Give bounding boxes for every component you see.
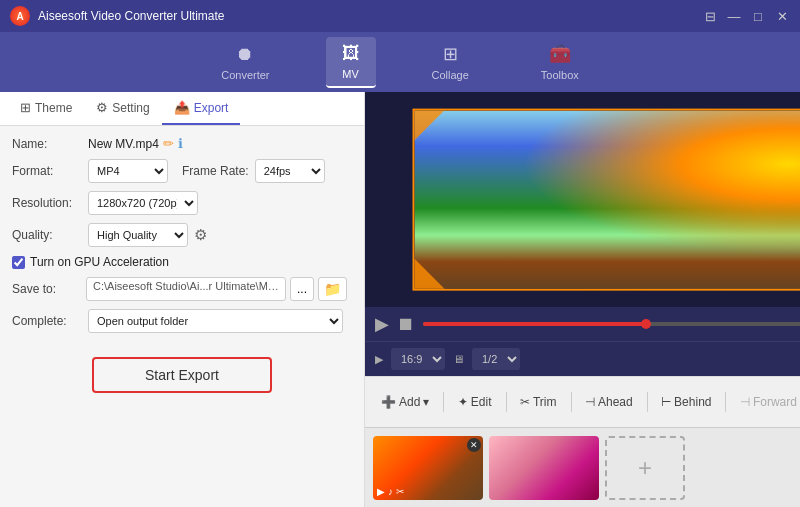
format-label: Format: [12,164,82,178]
clip-2[interactable] [489,436,599,500]
open-folder-button[interactable]: 📁 [318,277,347,301]
theme-tab-label: Theme [35,101,72,115]
right-panel: ▶ ⏹ 00:06:33.02/00:07:25.04 🔊 ▶ 16:9 4:3… [365,92,800,507]
trim-label: Trim [533,395,557,409]
progress-track[interactable] [423,322,800,326]
complete-select[interactable]: Open output folder Do nothing [88,309,343,333]
aspect-ratio-select[interactable]: 16:9 4:3 1:1 [391,348,445,370]
playback-bar: ▶ ⏹ 00:06:33.02/00:07:25.04 🔊 [365,307,800,341]
nav-mv[interactable]: 🖼 MV [326,37,376,88]
browse-dots-button[interactable]: ... [290,277,314,301]
nav-converter[interactable]: ⏺ Converter [205,38,285,87]
add-label: Add [399,395,420,409]
quality-settings-button[interactable]: ⚙ [194,226,207,244]
trim-button[interactable]: ✂ Trim [512,392,565,412]
clip-1[interactable]: ✕ ▶ ♪ ✂ [373,436,483,500]
app-logo: A [10,6,30,26]
format-row: Format: MP4 MOV AVI Frame Rate: 24fps 30… [12,159,352,183]
format-select[interactable]: MP4 MOV AVI [88,159,168,183]
nav-collage-label: Collage [432,69,469,81]
resolution-row: Resolution: 1280x720 (720p) 1920x1080 (1… [12,191,352,215]
name-row: Name: New MV.mp4 ✏ ℹ [12,136,352,151]
info-icon[interactable]: ℹ [178,136,183,151]
mv-icon: 🖼 [342,43,360,64]
forward-button[interactable]: ⊣ Forward [732,392,800,412]
tab-theme[interactable]: ⊞ Theme [8,92,84,125]
window-controls: ⊟ — □ ✕ [702,8,790,24]
tab-setting[interactable]: ⚙ Setting [84,92,161,125]
add-icon: ➕ [381,395,396,409]
name-field: New MV.mp4 ✏ ℹ [88,136,183,151]
setting-tab-label: Setting [112,101,149,115]
chat-icon-btn[interactable]: ⊟ [702,8,718,24]
gpu-row: Turn on GPU Acceleration [12,255,352,269]
complete-row: Complete: Open output folder Do nothing [12,309,352,333]
behind-label: Behind [674,395,711,409]
export-form: Name: New MV.mp4 ✏ ℹ Format: MP4 MOV AVI… [0,126,364,507]
collage-icon: ⊞ [443,43,458,65]
name-label: Name: [12,137,82,151]
stop-button[interactable]: ⏹ [397,314,415,335]
clip-1-icons: ▶ ♪ ✂ [377,486,404,497]
clip-1-remove[interactable]: ✕ [467,438,481,452]
save-path-display: C:\Aiseesoft Studio\Ai...r Ultimate\MV E… [86,277,286,301]
quality-select[interactable]: High Quality Medium Quality Low Quality [88,223,188,247]
theme-tab-icon: ⊞ [20,100,31,115]
nav-mv-label: MV [342,68,359,80]
saveto-label: Save to: [12,282,82,296]
forward-label: Forward [753,395,797,409]
tab-export[interactable]: 📤 Export [162,92,241,125]
close-button[interactable]: ✕ [774,8,790,24]
gpu-checkbox[interactable] [12,256,25,269]
start-export-main-button[interactable]: Start Export [92,357,272,393]
resolution-select[interactable]: 1280x720 (720p) 1920x1080 (1080p) 3840x2… [88,191,198,215]
sub-tabs: ⊞ Theme ⚙ Setting 📤 Export [0,92,364,126]
quality-row: Quality: High Quality Medium Quality Low… [12,223,352,247]
ahead-label: Ahead [598,395,633,409]
add-button[interactable]: ➕ Add ▾ [373,392,437,412]
clip-audio-icon: ♪ [388,486,393,497]
page-select[interactable]: 1/2 2/2 [472,348,520,370]
preview-frame [413,108,800,291]
clip-strip: ✕ ▶ ♪ ✂ + [365,427,800,507]
quality-label: Quality: [12,228,82,242]
framerate-select[interactable]: 24fps 30fps 60fps [255,159,325,183]
nav-toolbox[interactable]: 🧰 Toolbox [525,37,595,87]
edit-label: Edit [471,395,492,409]
maximize-button[interactable]: □ [750,8,766,24]
converter-icon: ⏺ [236,44,254,65]
play-button[interactable]: ▶ [375,313,389,335]
nav-collage[interactable]: ⊞ Collage [416,37,485,87]
export-tab-icon: 📤 [174,100,190,115]
minimize-button[interactable]: — [726,8,742,24]
ahead-button[interactable]: ⊣ Ahead [577,392,641,412]
controls-bar: ▶ 16:9 4:3 1:1 🖥 1/2 2/2 Start Export [365,341,800,376]
toolbox-icon: 🧰 [549,43,571,65]
trim-icon: ✂ [520,395,530,409]
edit-name-icon[interactable]: ✏ [163,136,174,151]
main-content: ⊞ Theme ⚙ Setting 📤 Export Name: New MV.… [0,92,800,507]
setting-tab-icon: ⚙ [96,100,108,115]
behind-icon: ⊢ [661,395,671,409]
name-value: New MV.mp4 [88,137,159,151]
nav-toolbox-label: Toolbox [541,69,579,81]
gpu-label: Turn on GPU Acceleration [30,255,169,269]
saveto-row: Save to: C:\Aiseesoft Studio\Ai...r Ulti… [12,277,352,301]
left-panel: ⊞ Theme ⚙ Setting 📤 Export Name: New MV.… [0,92,365,507]
preview-image [415,110,800,289]
nav-converter-label: Converter [221,69,269,81]
clip-play-icon: ▶ [377,486,385,497]
app-title: Aiseesoft Video Converter Ultimate [38,9,702,23]
bottom-toolbar: ➕ Add ▾ ✦ Edit ✂ Trim ⊣ Ahead ⊢ Behi [365,376,800,427]
export-tab-label: Export [194,101,229,115]
behind-button[interactable]: ⊢ Behind [653,392,719,412]
add-chevron: ▾ [423,395,429,409]
complete-label: Complete: [12,314,82,328]
clip-cut-icon: ✂ [396,486,404,497]
progress-thumb [641,319,651,329]
clip-2-thumbnail [489,436,599,500]
add-clip-button[interactable]: + [605,436,685,500]
edit-button[interactable]: ✦ Edit [450,392,500,412]
edit-icon: ✦ [458,395,468,409]
progress-fill [423,322,646,326]
